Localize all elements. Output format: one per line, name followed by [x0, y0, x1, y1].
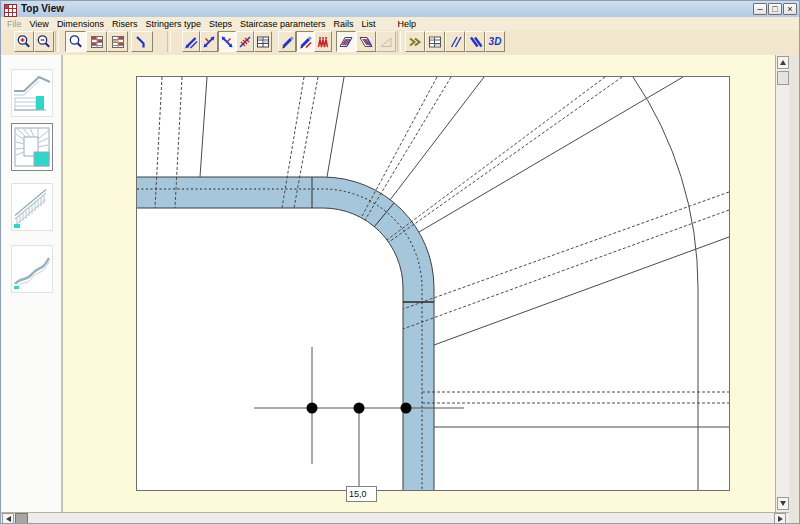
wall-hatch-left-icon: [338, 34, 354, 50]
arrow-right-icon: [778, 516, 783, 522]
pencil-blue-button[interactable]: [278, 31, 296, 52]
view-thumbnails-sidebar: [1, 55, 63, 512]
rails-3d-thumbnail-image: [12, 184, 52, 230]
toolbar-separator: [55, 31, 59, 52]
menu-item-rails[interactable]: Rails: [334, 19, 354, 29]
riser-table-1-button[interactable]: [86, 31, 107, 52]
zoom-out-icon: [36, 34, 52, 50]
dimension-value-box[interactable]: 15,0: [346, 486, 377, 502]
vertical-scrollbar[interactable]: [775, 55, 789, 512]
menu-item-file: File: [7, 19, 22, 29]
wall-hatch-left-button[interactable]: [336, 31, 356, 52]
toolbar-separator: [397, 31, 401, 52]
menu-item-staircase-parameters[interactable]: Staircase parameters: [240, 19, 326, 29]
menu-item-risers[interactable]: Risers: [112, 19, 138, 29]
stringer-3d-thumbnail[interactable]: [11, 245, 53, 293]
window-corner-frame: [789, 458, 800, 524]
content-area: 15,0: [1, 55, 799, 512]
stringer-3d-thumbnail-image: [12, 246, 52, 292]
side-view-thumbnail-image: [12, 70, 52, 116]
app-icon: [4, 3, 17, 16]
window-title: Top View: [21, 1, 64, 17]
menu-item-dimensions[interactable]: Dimensions: [57, 19, 104, 29]
handrail-icon: [134, 34, 150, 50]
walk-line: [137, 189, 422, 490]
wall-triangle-icon: [378, 34, 394, 50]
scroll-up-button[interactable]: [777, 56, 789, 69]
rails-3d-thumbnail[interactable]: [11, 183, 53, 231]
titlebar: Top View – □ ×: [1, 1, 799, 18]
stringer-band: [137, 177, 434, 490]
export-chevrons-button[interactable]: [405, 31, 425, 52]
scroll-down-button[interactable]: [777, 497, 789, 510]
thick-lines-icon: [467, 34, 483, 50]
riser-comb-button[interactable]: [314, 31, 332, 52]
toolbar: 3D: [1, 30, 799, 56]
view-3d-button[interactable]: 3D: [485, 31, 505, 52]
stringer-hatch-button[interactable]: [236, 31, 254, 52]
minimize-button[interactable]: –: [753, 3, 767, 15]
outer-boundary-arc: [633, 77, 698, 490]
top-view-thumbnail-image: [12, 124, 52, 170]
riser-table-2-button[interactable]: [107, 31, 128, 52]
measure-point: [307, 403, 318, 414]
riser-table-alt-icon: [110, 34, 126, 50]
view-3d-icon: 3D: [489, 36, 502, 47]
horizontal-scroll-thumb[interactable]: [15, 513, 28, 524]
horizontal-scrollbar[interactable]: [1, 512, 789, 524]
close-button[interactable]: ×: [783, 3, 797, 15]
stringer-arrows-right-button[interactable]: [218, 31, 236, 52]
menubar: FileViewDimensionsRisersStringers typeSt…: [1, 17, 800, 30]
vertical-scroll-thumb[interactable]: [777, 71, 789, 85]
pencil-blue-icon: [279, 34, 295, 50]
pencil-red-button[interactable]: [296, 31, 314, 52]
stringer-arrows-left-icon: [201, 34, 217, 50]
stringer-draw-icon: [183, 34, 199, 50]
wall-hatch-right-button[interactable]: [356, 31, 376, 52]
zoom-in-icon: [16, 34, 32, 50]
steps-table-icon: [255, 34, 271, 50]
stringer-hatch-icon: [237, 34, 253, 50]
menu-item-help[interactable]: Help: [398, 19, 417, 29]
toolbar-separator: [167, 31, 171, 52]
menu-item-steps[interactable]: Steps: [209, 19, 232, 29]
parts-table-icon: [427, 34, 443, 50]
handrail-segment-button[interactable]: [131, 31, 153, 52]
staircase-plan-svg: [137, 77, 729, 490]
menu-item-view[interactable]: View: [30, 19, 49, 29]
wall-triangle-button: [376, 31, 396, 52]
maximize-button[interactable]: □: [768, 3, 782, 15]
thin-lines-button[interactable]: [445, 31, 465, 52]
construction-lines: [155, 77, 729, 403]
measure-point: [354, 403, 365, 414]
top-view-window: Top View – □ × FileViewDimensionsRisersS…: [0, 0, 800, 524]
drawing-canvas[interactable]: [136, 76, 730, 491]
scroll-left-button[interactable]: [2, 513, 14, 524]
riser-comb-icon: [315, 34, 331, 50]
export-chevrons-icon: [407, 34, 423, 50]
menu-item-list[interactable]: List: [362, 19, 376, 29]
riser-table-icon: [89, 34, 105, 50]
window-right-frame: [789, 55, 800, 512]
pencil-red-icon: [297, 34, 313, 50]
stringer-arrows-left-button[interactable]: [200, 31, 218, 52]
stringer-arrows-right-icon: [219, 34, 235, 50]
zoom-in-button[interactable]: [14, 31, 34, 52]
arrow-left-icon: [6, 516, 11, 522]
menu-item-stringers-type[interactable]: Stringers type: [145, 19, 201, 29]
zoom-out-button[interactable]: [34, 31, 54, 52]
main-view: 15,0: [63, 55, 775, 512]
scroll-right-button[interactable]: [774, 513, 786, 524]
measure-point: [401, 403, 412, 414]
thick-lines-button[interactable]: [465, 31, 485, 52]
window-controls: – □ ×: [753, 3, 797, 15]
step-lines: [200, 77, 729, 427]
top-view-thumbnail[interactable]: [11, 123, 53, 171]
stringer-table-button[interactable]: [254, 31, 272, 52]
stringer-draw-button[interactable]: [182, 31, 200, 52]
zoom-window-button[interactable]: [65, 31, 86, 52]
side-view-thumbnail[interactable]: [11, 69, 53, 117]
parts-table-button[interactable]: [425, 31, 445, 52]
arrow-up-icon: [780, 60, 786, 65]
arrow-down-icon: [780, 501, 786, 506]
